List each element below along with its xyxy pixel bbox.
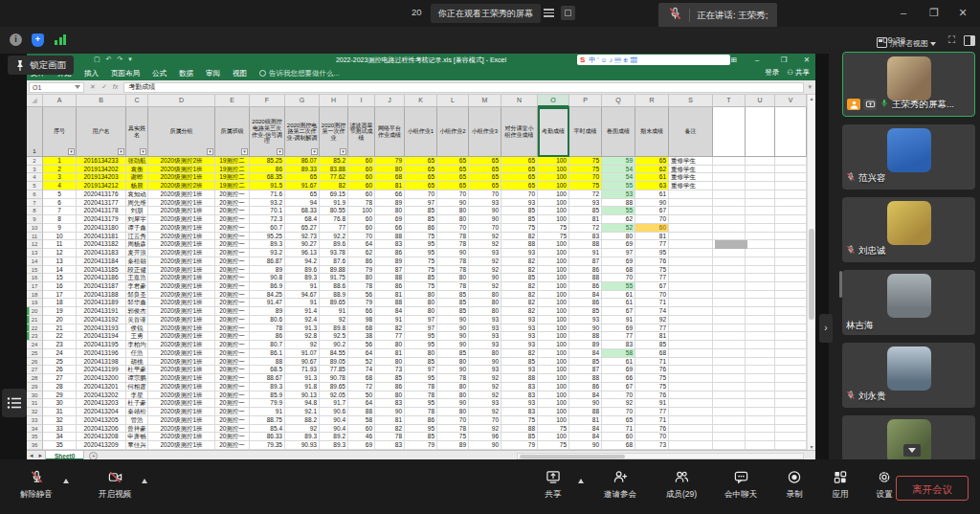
grid-cell[interactable]: 97 (405, 199, 437, 208)
sheet-prev-icon[interactable]: ◂ (27, 452, 36, 459)
grid-cell[interactable] (775, 316, 807, 324)
grid-cell[interactable]: 4 (43, 182, 77, 190)
vscroll-thumb[interactable] (809, 229, 814, 320)
grid-cell[interactable]: 80 (405, 307, 437, 316)
grid-cell[interactable]: 6 (43, 199, 77, 208)
grid-cell[interactable]: 96.13 (285, 249, 320, 257)
grid-cell[interactable]: 91 (602, 316, 635, 324)
grid-cell[interactable]: 76 (635, 366, 669, 374)
row-header[interactable]: 23 (27, 332, 43, 341)
unmute-button[interactable]: 解除静音 (20, 470, 53, 501)
grid-cell[interactable]: 46 (348, 433, 375, 441)
grid-cell[interactable]: 75 (501, 416, 538, 425)
grid-cell[interactable]: 85 (501, 274, 538, 282)
ribbon-tab-6[interactable]: 数据 (179, 69, 193, 78)
grid-cell[interactable]: 20测控一 (215, 199, 250, 208)
grid-cell[interactable]: 2020级测控1班 (148, 416, 215, 425)
grid-cell[interactable]: 79 (348, 266, 375, 275)
grid-cell[interactable]: 65 (501, 173, 538, 182)
grid-cell[interactable]: 82 (501, 266, 538, 275)
cancel-icon[interactable]: ✕ (90, 83, 96, 91)
grid-cell[interactable]: 91 (320, 307, 348, 316)
grid-cell[interactable]: 68.4 (285, 215, 320, 224)
grid-cell[interactable]: 80 (375, 207, 405, 215)
grid-cell[interactable]: 9 (43, 224, 77, 233)
grid-cell[interactable]: 75 (538, 233, 569, 241)
formula-expand-icon[interactable]: ▾ (804, 83, 815, 91)
grid-cell[interactable]: 86 (569, 383, 602, 391)
grid-cell[interactable]: 68.5 (250, 366, 285, 374)
grid-cell[interactable]: 90.27 (285, 240, 320, 249)
grid-cell[interactable]: 86.07 (285, 157, 320, 166)
grid-cell[interactable]: 82 (501, 307, 538, 316)
grid-cell[interactable]: 2020413203 (77, 399, 126, 408)
grid-cell[interactable]: 66 (375, 190, 405, 199)
grid-cell[interactable] (775, 166, 807, 174)
grid-cell[interactable]: 20测控一 (215, 282, 250, 291)
grid-cell[interactable]: 2020413188 (77, 291, 126, 300)
grid-cell[interactable]: 100 (538, 207, 569, 215)
excel-title-bar[interactable]: ▢ ↶ ↷ ▾ 2022-2023测控电路过程性考核记录.xls [兼容模式] … (27, 54, 815, 66)
grid-cell[interactable]: 65 (501, 166, 538, 174)
grid-cell[interactable]: 72 (569, 224, 602, 233)
grid-cell[interactable]: 2020级测控1班 (148, 291, 215, 300)
grid-cell[interactable]: 94 (285, 199, 320, 208)
grid-cell[interactable]: 92 (320, 316, 348, 324)
grid-cell[interactable]: 88.67 (250, 374, 285, 383)
grid-cell[interactable]: 79.35 (250, 441, 285, 450)
grid-cell[interactable] (713, 324, 746, 333)
grid-cell[interactable]: 重修学生 (669, 182, 713, 190)
grid-cell[interactable]: 84 (569, 433, 602, 441)
grid-cell[interactable]: 71.6 (250, 190, 285, 199)
grid-cell[interactable]: 19测控二 (215, 166, 250, 174)
grid-cell[interactable]: 85 (569, 207, 602, 215)
grid-cell[interactable]: 100 (538, 391, 569, 400)
grid-cell[interactable] (669, 266, 713, 275)
grid-cell[interactable] (669, 425, 713, 434)
grid-cell[interactable]: 95 (405, 249, 437, 257)
grid-cell[interactable]: 81 (569, 416, 602, 425)
grid-cell[interactable]: 90 (437, 399, 469, 408)
grid-cell[interactable] (713, 441, 746, 450)
grid-cell[interactable]: 麦开浪 (126, 249, 148, 257)
row-header[interactable]: 34 (27, 425, 43, 434)
grid-cell[interactable]: 62 (602, 215, 635, 224)
grid-cell[interactable] (713, 207, 746, 215)
grid-cell[interactable]: 91.47 (250, 299, 285, 307)
grid-cell[interactable]: 81 (375, 349, 405, 358)
grid-cell[interactable]: 2020级测控1班 (148, 399, 215, 408)
grid-cell[interactable]: 杨晨 (126, 182, 148, 190)
column-header-F[interactable]: F (250, 95, 285, 107)
grid-cell[interactable]: 80 (405, 291, 437, 300)
column-header-E[interactable]: E (215, 95, 250, 107)
grid-cell[interactable]: 90 (569, 324, 602, 333)
grid-cell[interactable]: 91.9 (320, 199, 348, 208)
grid-cell[interactable] (713, 383, 746, 391)
row-header[interactable]: 22 (27, 324, 43, 333)
grid-cell[interactable]: 92 (469, 282, 501, 291)
header-cell[interactable]: 所属分组▾ (148, 107, 215, 157)
grid-cell[interactable]: 22 (43, 332, 77, 341)
grid-cell[interactable] (669, 316, 713, 324)
grid-cell[interactable]: 90 (437, 332, 469, 341)
grid-cell[interactable]: 2020级测控1班 (148, 266, 215, 275)
grid-cell[interactable]: 2020级测控1班 (148, 274, 215, 282)
grid-cell[interactable] (669, 257, 713, 266)
row-header[interactable]: 4 (27, 173, 43, 182)
grid-cell[interactable]: 邹华鑫 (126, 299, 148, 307)
grid-cell[interactable]: 56 (348, 291, 375, 300)
invite-button[interactable]: 邀请参会 (604, 470, 636, 501)
grid-cell[interactable]: 2020413194 (77, 332, 126, 341)
grid-cell[interactable] (746, 341, 775, 349)
header-cell[interactable]: 滤波器章节测试成绩 (348, 107, 375, 157)
grid-cell[interactable]: 80 (469, 307, 501, 316)
grid-cell[interactable]: 85 (405, 433, 437, 441)
grid-cell[interactable]: 89.65 (320, 383, 348, 391)
grid-cell[interactable]: 100 (538, 307, 569, 316)
menu-icon[interactable] (544, 9, 554, 17)
grid-cell[interactable]: 15 (43, 274, 77, 282)
grid-cell[interactable]: 2020级测控1班 (148, 332, 215, 341)
grid-cell[interactable]: 90 (469, 215, 501, 224)
grid-cell[interactable]: 67 (602, 307, 635, 316)
grid-cell[interactable]: 85.25 (250, 157, 285, 166)
